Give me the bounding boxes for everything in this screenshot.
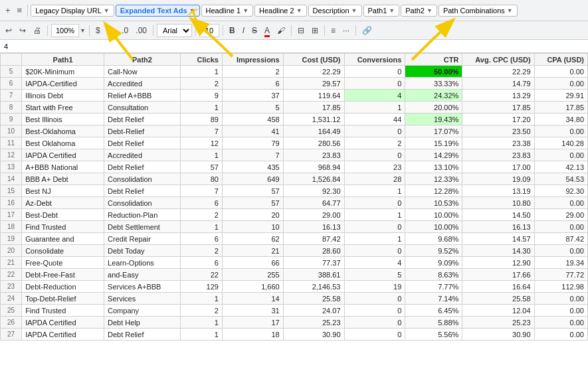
table-row[interactable]: 27IAPDA CertifiedDebt Relief11830.9005.5… <box>1 329 588 341</box>
table-cell[interactable]: 41 <box>222 125 283 137</box>
table-cell[interactable]: 29.91 <box>534 90 587 102</box>
merge-button[interactable]: ⊞ <box>309 25 321 36</box>
table-row[interactable]: 12IAPDA CertifiedAccredited1723.83014.29… <box>1 149 588 161</box>
table-cell[interactable]: 1,526.84 <box>283 173 344 185</box>
table-cell[interactable]: 0.00 <box>534 305 587 317</box>
table-cell[interactable]: 13.19 <box>462 185 534 197</box>
table-cell[interactable]: 1 <box>344 102 405 114</box>
table-cell[interactable]: 9.52% <box>405 245 462 257</box>
align-button[interactable]: ≡ <box>328 25 338 36</box>
table-cell[interactable]: IAPDA Certified <box>22 317 104 329</box>
table-cell[interactable]: 14 <box>222 293 283 305</box>
table-row[interactable]: 9Best IllinoisDebt Relief894581,531.1244… <box>1 114 588 125</box>
tab-expanded-text-ads[interactable]: Expanded Text Ads ▼ <box>116 5 200 17</box>
table-cell[interactable]: Debt Today <box>104 245 181 257</box>
table-cell[interactable]: 20 <box>1 245 22 257</box>
table-cell[interactable]: 12.04 <box>462 305 534 317</box>
table-cell[interactable]: BBB A+ Debt <box>22 173 104 185</box>
table-cell[interactable]: 29.00 <box>534 209 587 221</box>
table-cell[interactable]: 9 <box>1 114 22 125</box>
table-cell[interactable]: 1 <box>344 185 405 197</box>
table-row[interactable]: 22Debt-Free-Fastand-Easy22255388.6158.63… <box>1 269 588 281</box>
bold-button[interactable]: B <box>227 25 238 36</box>
tab-headline2[interactable]: Headline 2 ▼ <box>254 5 307 17</box>
table-cell[interactable]: 0.00 <box>534 221 587 233</box>
table-cell[interactable]: 7 <box>1 90 22 102</box>
table-cell[interactable]: 42.13 <box>534 161 587 173</box>
table-cell[interactable]: 140.28 <box>534 137 587 149</box>
table-cell[interactable]: 2 <box>344 137 405 149</box>
table-cell[interactable]: 50.00% <box>405 66 462 78</box>
table-cell[interactable]: 458 <box>222 114 283 125</box>
tab-legacy-display-url[interactable]: Legacy Display URL ▼ <box>31 5 114 17</box>
table-cell[interactable]: 8.63% <box>405 269 462 281</box>
table-cell[interactable]: 22 <box>1 269 22 281</box>
table-cell[interactable]: 435 <box>222 161 283 173</box>
table-cell[interactable]: 13.10% <box>405 161 462 173</box>
print-button[interactable]: 🖨 <box>31 25 44 36</box>
table-cell[interactable]: 5.88% <box>405 317 462 329</box>
table-cell[interactable]: 17.85 <box>283 102 344 114</box>
table-cell[interactable]: Debt Relief <box>104 185 181 197</box>
table-cell[interactable]: 18 <box>222 329 283 341</box>
table-cell[interactable]: 25.58 <box>462 293 534 305</box>
table-cell[interactable]: 25.23 <box>283 317 344 329</box>
table-cell[interactable]: $20K-Minimum <box>22 66 104 78</box>
table-cell[interactable]: 20.00% <box>405 102 462 114</box>
table-cell[interactable]: 10 <box>222 221 283 233</box>
table-cell[interactable]: 19 <box>1 233 22 245</box>
table-cell[interactable]: 1 <box>344 233 405 245</box>
table-cell[interactable]: 34.80 <box>534 114 587 125</box>
table-cell[interactable]: 649 <box>222 173 283 185</box>
table-cell[interactable]: 6 <box>180 257 222 269</box>
table-cell[interactable]: Debt-Relief <box>104 125 181 137</box>
table-cell[interactable]: 10.80 <box>462 197 534 209</box>
table-cell[interactable]: 77.37 <box>283 257 344 269</box>
menu-button[interactable]: ≡ <box>15 4 25 17</box>
table-cell[interactable]: 9 <box>180 90 222 102</box>
table-cell[interactable]: Best NJ <box>22 185 104 197</box>
text-color-button[interactable]: A <box>262 25 272 36</box>
table-cell[interactable]: Find Trusted <box>22 221 104 233</box>
table-cell[interactable]: Consolidate <box>22 245 104 257</box>
table-cell[interactable]: and-Easy <box>104 269 181 281</box>
table-cell[interactable]: 89 <box>180 114 222 125</box>
table-cell[interactable]: 388.61 <box>283 269 344 281</box>
table-cell[interactable]: 0.00 <box>534 317 587 329</box>
table-cell[interactable]: 0.00 <box>534 125 587 137</box>
table-cell[interactable]: 64.77 <box>283 197 344 209</box>
tab-headline1[interactable]: Headline 1 ▼ <box>201 5 254 17</box>
table-cell[interactable]: 2 <box>180 305 222 317</box>
table-cell[interactable]: 16.13 <box>462 221 534 233</box>
table-cell[interactable]: 119.64 <box>283 90 344 102</box>
table-row[interactable]: 23Debt-ReductionServices A+BBB1291,6602,… <box>1 281 588 293</box>
table-cell[interactable]: 5 <box>344 269 405 281</box>
table-cell[interactable]: Free-Quote <box>22 257 104 269</box>
table-row[interactable]: 10Best-OklahomaDebt-Relief741164.49017.0… <box>1 125 588 137</box>
table-cell[interactable]: 10.00% <box>405 209 462 221</box>
table-cell[interactable]: 0.00 <box>534 245 587 257</box>
table-cell[interactable]: 57 <box>180 161 222 173</box>
table-cell[interactable]: 13 <box>1 161 22 173</box>
table-cell[interactable]: 17.66 <box>462 269 534 281</box>
table-cell[interactable]: 14.50 <box>462 209 534 221</box>
table-cell[interactable]: 4 <box>344 257 405 269</box>
table-cell[interactable]: Debt Help <box>104 317 181 329</box>
table-row[interactable]: 14BBB A+ DebtConsolidation806491,526.842… <box>1 173 588 185</box>
table-cell[interactable]: 24.32% <box>405 90 462 102</box>
table-cell[interactable]: 23.50 <box>462 125 534 137</box>
table-cell[interactable]: 2 <box>222 66 283 78</box>
table-cell[interactable]: 28 <box>344 173 405 185</box>
table-cell[interactable]: 0 <box>344 197 405 209</box>
table-cell[interactable]: Best Illinois <box>22 114 104 125</box>
table-cell[interactable]: 7.14% <box>405 293 462 305</box>
tab-description[interactable]: Description ▼ <box>308 5 362 17</box>
table-cell[interactable]: 31 <box>222 305 283 317</box>
table-cell[interactable]: 16.64 <box>462 281 534 293</box>
zoom-control[interactable]: ▼ <box>51 24 86 37</box>
table-cell[interactable]: 6 <box>180 233 222 245</box>
table-cell[interactable]: Debt Relief <box>104 329 181 341</box>
table-cell[interactable]: 13.29 <box>462 90 534 102</box>
table-cell[interactable]: 92.30 <box>534 185 587 197</box>
table-row[interactable]: 8Start with FreeConsultation1517.85120.0… <box>1 102 588 114</box>
